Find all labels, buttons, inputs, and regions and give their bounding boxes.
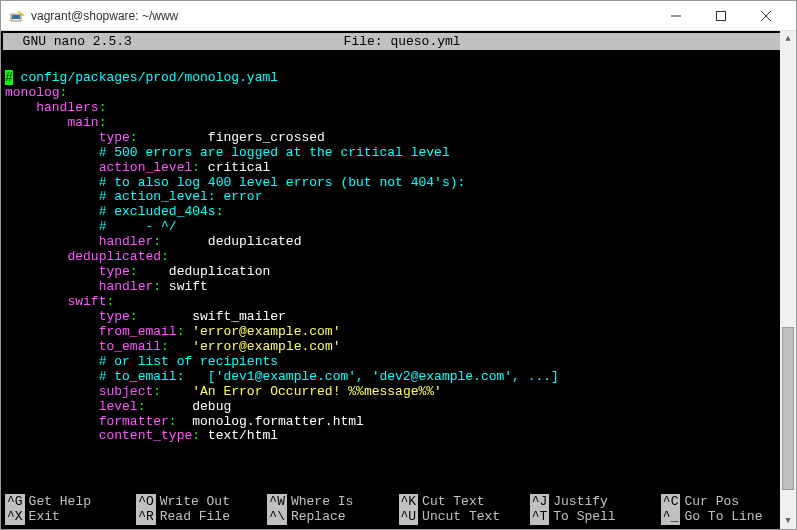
line-4: main:	[5, 115, 106, 130]
nano-file-label: File: queso.yml	[344, 34, 461, 49]
line-2: monolog:	[5, 85, 67, 100]
nano-header-bar: GNU nano 2.5.3File: queso.yml	[3, 33, 794, 50]
nano-shortcut-bar: ^GGet Help ^OWrite Out ^WWhere Is ^KCut …	[1, 494, 796, 529]
titlebar[interactable]: vagrant@shopware: ~/www	[1, 1, 796, 31]
cursor: #	[5, 70, 13, 85]
nano-app-name: GNU nano 2.5.3	[7, 34, 132, 49]
shortcut-to-spell[interactable]: ^TTo Spell	[530, 509, 661, 525]
scroll-down-button[interactable]: ▼	[780, 513, 796, 529]
shortcut-cut-text[interactable]: ^KCut Text	[399, 494, 530, 510]
line-17: type: swift_mailer	[5, 309, 286, 324]
app-window: vagrant@shopware: ~/www GNU nano 2.5.3Fi…	[0, 0, 797, 530]
shortcut-get-help[interactable]: ^GGet Help	[5, 494, 136, 510]
shortcut-justify[interactable]: ^JJustify	[530, 494, 661, 510]
line-13: deduplicated:	[5, 249, 169, 264]
shortcut-go-to-line[interactable]: ^_Go To Line	[661, 509, 792, 525]
maximize-button[interactable]	[698, 2, 743, 30]
line-19: to_email: 'error@example.com'	[5, 339, 341, 354]
titlebar-left: vagrant@shopware: ~/www	[9, 8, 178, 24]
shortcut-where-is[interactable]: ^WWhere Is	[267, 494, 398, 510]
line-6: # 500 errors are logged at the critical …	[5, 145, 450, 160]
line-21: # to_email: ['dev1@example.com', 'dev2@e…	[5, 369, 559, 384]
line-9: # action_level: error	[5, 189, 262, 204]
line-11: # - ^/	[5, 219, 177, 234]
shortcut-uncut-text[interactable]: ^UUncut Text	[399, 509, 530, 525]
putty-icon	[9, 8, 25, 24]
line-20: # or list of recipients	[5, 354, 278, 369]
window-title: vagrant@shopware: ~/www	[31, 9, 178, 23]
line-8: # to also log 400 level errors (but not …	[5, 175, 465, 190]
shortcut-exit[interactable]: ^XExit	[5, 509, 136, 525]
shortcut-cur-pos[interactable]: ^CCur Pos	[661, 494, 792, 510]
scrollbar[interactable]: ▲ ▼	[780, 31, 796, 529]
line-12: handler: deduplicated	[5, 234, 301, 249]
line-5: type: fingers_crossed	[5, 130, 325, 145]
svg-rect-5	[716, 11, 725, 20]
line-10: # excluded_404s:	[5, 204, 223, 219]
editor-content[interactable]: # config/packages/prod/monolog.yaml mono…	[1, 52, 796, 494]
line-16: swift:	[5, 294, 114, 309]
scroll-track[interactable]	[780, 47, 796, 513]
line-24: formatter: monolog.formatter.html	[5, 414, 364, 429]
close-button[interactable]	[743, 2, 788, 30]
minimize-button[interactable]	[653, 2, 698, 30]
svg-point-3	[22, 14, 24, 16]
line-7: action_level: critical	[5, 160, 270, 175]
scroll-thumb[interactable]	[782, 327, 794, 490]
scroll-up-button[interactable]: ▲	[780, 31, 796, 47]
line-3: handlers:	[5, 100, 106, 115]
svg-rect-1	[12, 15, 20, 19]
shortcut-replace[interactable]: ^\Replace	[267, 509, 398, 525]
line-25: content_type: text/html	[5, 428, 278, 443]
shortcut-write-out[interactable]: ^OWrite Out	[136, 494, 267, 510]
line-15: handler: swift	[5, 279, 208, 294]
shortcut-read-file[interactable]: ^RRead File	[136, 509, 267, 525]
window-controls	[653, 2, 788, 30]
terminal-area[interactable]: GNU nano 2.5.3File: queso.yml # config/p…	[1, 31, 796, 529]
line-1: # config/packages/prod/monolog.yaml	[5, 70, 278, 85]
line-22: subject: 'An Error Occurred! %%message%%…	[5, 384, 442, 399]
line-14: type: deduplication	[5, 264, 270, 279]
line-18: from_email: 'error@example.com'	[5, 324, 340, 339]
line-23: level: debug	[5, 399, 231, 414]
